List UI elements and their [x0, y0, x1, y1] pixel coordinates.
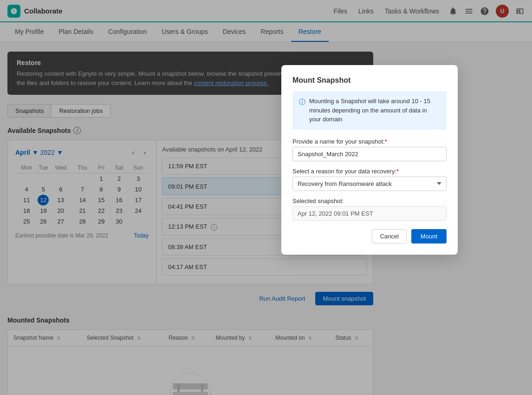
modal-name-required: *: [385, 138, 387, 145]
modal-title: Mount Snapshot: [292, 76, 447, 85]
modal-reason-select[interactable]: Recovery from Ransomware attack Accident…: [292, 177, 447, 191]
modal-name-label: Provide a name for your snapshot:*: [292, 138, 447, 145]
modal-selected-snap-label: Selected snapshot:: [292, 198, 447, 204]
modal-footer: Cancel Mount: [292, 229, 447, 244]
modal-info-icon: ⓘ: [299, 97, 305, 107]
modal-reason-label: Select a reason for your data recovery:*: [292, 168, 447, 175]
modal-name-input[interactable]: [292, 147, 447, 161]
modal-reason-required: *: [396, 168, 399, 175]
cancel-button[interactable]: Cancel: [372, 229, 406, 244]
modal-info-text: Mounting a Snapshot will take around 10 …: [309, 97, 440, 124]
modal-info-box: ⓘ Mounting a Snapshot will take around 1…: [292, 91, 447, 130]
modal-selected-snap-value: Apr 12, 2022 09:01 PM EST: [292, 206, 447, 221]
mount-button[interactable]: Mount: [411, 229, 447, 244]
mount-snapshot-modal: Mount Snapshot ⓘ Mounting a Snapshot wil…: [281, 65, 458, 255]
